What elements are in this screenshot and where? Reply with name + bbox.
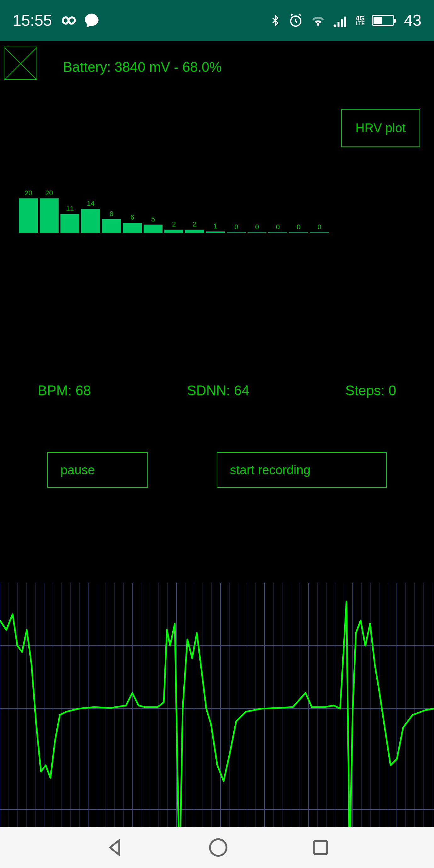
histogram-bar-fill (60, 214, 80, 234)
histogram-bar: 14 (81, 209, 100, 233)
histogram-bar-fill (289, 232, 308, 233)
histogram-value-label: 0 (251, 223, 263, 231)
placeholder-image (4, 46, 37, 80)
histogram-bar: 5 (144, 224, 162, 234)
histogram-value-label: 5 (147, 215, 159, 223)
network-sublabel: LTE (355, 22, 365, 26)
histogram-bar: 11 (60, 214, 80, 234)
main-content: Battery: 3840 mV - 68.0% HRV plot 202011… (0, 41, 434, 827)
svg-point-59 (210, 839, 227, 856)
histogram-value-label: 6 (126, 213, 138, 221)
histogram-bar: 0 (227, 232, 246, 233)
network-label: 4G (355, 15, 365, 22)
battery-percent: 43 (404, 11, 422, 30)
battery-icon (372, 15, 394, 26)
hrv-plot-button[interactable]: HRV plot (341, 109, 420, 147)
histogram-bar-fill (206, 231, 225, 234)
histogram-bar: 8 (102, 219, 121, 233)
histogram-value-label: 8 (105, 210, 118, 218)
stats-row: BPM: 68 SDNN: 64 Steps: 0 (0, 383, 434, 398)
svg-rect-3 (341, 19, 343, 27)
recent-button[interactable] (311, 838, 330, 857)
histogram-bar: 2 (164, 229, 183, 233)
histogram-bar-fill (144, 224, 162, 234)
histogram-bar-fill (40, 198, 59, 233)
steps-label: Steps: 0 (345, 383, 396, 398)
histogram-bar: 0 (268, 232, 287, 233)
histogram-bar-fill (310, 232, 329, 233)
histogram-value-label: 20 (43, 189, 56, 197)
histogram-value-label: 1 (209, 222, 222, 230)
histogram-chart: 2020111486522100000 (19, 198, 329, 233)
network-type: 4G LTE (355, 15, 365, 26)
histogram-bar: 0 (248, 232, 267, 233)
histogram-bar-fill (102, 219, 121, 233)
control-row: pause start recording (0, 452, 434, 488)
histogram-bar: 20 (19, 198, 38, 233)
histogram-bar: 0 (289, 232, 308, 233)
histogram-value-label: 14 (84, 199, 97, 208)
chat-icon (84, 12, 100, 29)
histogram-bar: 20 (40, 198, 59, 233)
navigation-bar (0, 827, 434, 868)
histogram-bar-fill (164, 229, 183, 233)
histogram-bar-fill (81, 209, 100, 233)
histogram-value-label: 0 (313, 223, 326, 231)
status-right: 4G LTE 43 (269, 11, 422, 30)
histogram-value-label: 0 (272, 223, 284, 231)
histogram-value-label: 0 (292, 223, 305, 231)
histogram-bar-fill (248, 232, 267, 233)
histogram-value-label: 0 (230, 223, 243, 231)
svg-point-1 (334, 25, 336, 27)
histogram-bar-fill (123, 223, 142, 233)
alarm-icon (288, 13, 303, 28)
bpm-label: BPM: 68 (38, 383, 91, 398)
infinity-icon (58, 11, 77, 30)
histogram-bar: 0 (310, 232, 329, 233)
histogram-value-label: 11 (64, 205, 76, 213)
signal-icon (333, 12, 349, 28)
ecg-waveform (0, 583, 434, 868)
svg-rect-2 (338, 22, 340, 27)
histogram-bar: 2 (185, 229, 204, 233)
histogram-bar: 6 (123, 223, 142, 233)
histogram-bar-fill (19, 198, 38, 233)
status-left: 15:55 (12, 11, 100, 30)
histogram-bar-fill (227, 232, 246, 233)
sdnn-label: SDNN: 64 (187, 383, 249, 398)
status-bar: 15:55 4G LTE 43 (0, 0, 434, 41)
histogram-bar-fill (185, 229, 204, 233)
histogram-value-label: 20 (22, 189, 35, 197)
battery-voltage-label: Battery: 3840 mV - 68.0% (63, 59, 222, 75)
status-time: 15:55 (12, 11, 52, 30)
svg-rect-60 (314, 841, 327, 854)
histogram-value-label: 2 (167, 220, 180, 228)
histogram-bar-fill (268, 232, 287, 233)
histogram-bar: 1 (206, 231, 225, 234)
home-button[interactable] (207, 837, 229, 859)
wifi-icon (310, 12, 326, 28)
bluetooth-icon (269, 12, 281, 28)
svg-rect-4 (344, 17, 346, 27)
pause-button[interactable]: pause (47, 452, 148, 488)
start-recording-button[interactable]: start recording (217, 452, 387, 488)
histogram-value-label: 2 (188, 220, 201, 228)
back-button[interactable] (104, 837, 126, 859)
